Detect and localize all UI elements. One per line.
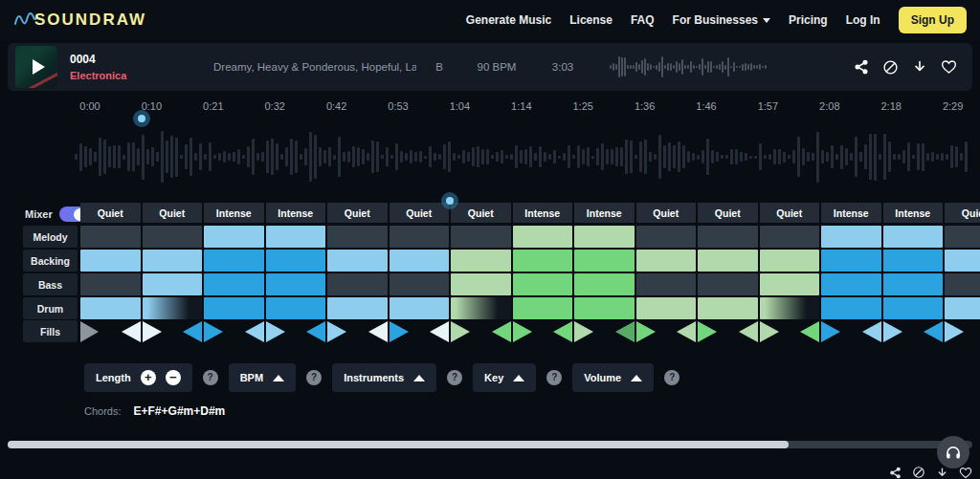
cell-bass-14[interactable] xyxy=(883,273,944,295)
fill-right-triangle-icon[interactable] xyxy=(513,321,532,342)
fill-left-triangle-icon[interactable] xyxy=(677,321,696,342)
fill-right-triangle-icon[interactable] xyxy=(760,321,779,342)
section-header-8[interactable]: Intense xyxy=(513,203,573,223)
fill-left-triangle-icon[interactable] xyxy=(492,321,511,342)
cell-drum-13[interactable] xyxy=(821,297,881,319)
cell-drum-1[interactable] xyxy=(80,297,141,319)
cell-melody-14[interactable] xyxy=(883,226,944,248)
volume-control[interactable]: Volume xyxy=(572,363,654,392)
length-help-icon[interactable]: ? xyxy=(203,370,218,385)
nav-item-license[interactable]: License xyxy=(569,13,612,27)
share-icon[interactable] xyxy=(854,59,869,75)
section-header-7[interactable]: Quiet xyxy=(451,203,511,223)
nav-item-faq[interactable]: FAQ xyxy=(631,13,655,27)
cell-backing-2[interactable] xyxy=(143,250,203,272)
logo[interactable]: SOUNDRAW xyxy=(13,9,146,32)
cell-backing-5[interactable] xyxy=(327,250,388,272)
fill-start-triangle-icon[interactable] xyxy=(80,321,99,342)
cell-drum-12[interactable] xyxy=(760,297,820,319)
section-header-11[interactable]: Quiet xyxy=(698,203,758,223)
nav-item-log-in[interactable]: Log In xyxy=(846,13,880,27)
fill-left-triangle-icon[interactable] xyxy=(615,321,635,342)
section-header-6[interactable]: Quiet xyxy=(390,203,450,223)
fill-left-triangle-icon[interactable] xyxy=(862,321,881,342)
cell-melody-3[interactable] xyxy=(204,226,264,248)
fill-left-triangle-icon[interactable] xyxy=(368,321,388,342)
section-header-14[interactable]: Intense xyxy=(883,203,944,223)
cell-bass-1[interactable] xyxy=(80,273,141,295)
cell-backing-4[interactable] xyxy=(266,250,326,272)
cell-drum-10[interactable] xyxy=(636,297,697,319)
fill-right-triangle-icon[interactable] xyxy=(698,321,717,342)
key-help-icon[interactable]: ? xyxy=(546,370,562,385)
fill-left-triangle-icon[interactable] xyxy=(553,321,572,342)
cell-bass-3[interactable] xyxy=(204,273,264,295)
cell-backing-9[interactable] xyxy=(574,250,635,272)
signup-button[interactable]: Sign Up xyxy=(899,7,967,33)
nav-item-pricing[interactable]: Pricing xyxy=(789,13,828,27)
fill-left-triangle-icon[interactable] xyxy=(122,321,141,342)
fill-right-triangle-icon[interactable] xyxy=(266,321,285,342)
bpm-help-icon[interactable]: ? xyxy=(306,370,322,385)
cell-drum-7[interactable] xyxy=(451,297,511,319)
cell-backing-1[interactable] xyxy=(80,250,141,272)
cell-bass-12[interactable] xyxy=(760,273,820,295)
cell-bass-9[interactable] xyxy=(574,273,635,295)
cell-backing-13[interactable] xyxy=(821,250,881,272)
cell-melody-12[interactable] xyxy=(760,226,820,248)
fill-right-triangle-icon[interactable] xyxy=(821,321,840,342)
fill-right-triangle-icon[interactable] xyxy=(636,321,656,342)
instruments-control[interactable]: Instruments xyxy=(332,363,436,392)
key-control[interactable]: Key xyxy=(473,363,536,392)
cell-melody-10[interactable] xyxy=(636,226,697,248)
cell-backing-14[interactable] xyxy=(883,250,944,272)
cell-melody-13[interactable] xyxy=(821,226,881,248)
cell-melody-4[interactable] xyxy=(266,226,326,248)
cell-backing-10[interactable] xyxy=(636,250,697,272)
song-waveform[interactable] xyxy=(75,125,970,188)
cell-melody-15[interactable] xyxy=(945,226,980,248)
cell-bass-2[interactable] xyxy=(143,273,203,295)
cell-backing-12[interactable] xyxy=(760,250,820,272)
ban-icon[interactable] xyxy=(882,59,899,76)
cell-melody-1[interactable] xyxy=(80,226,141,248)
cell-bass-15[interactable] xyxy=(945,273,980,295)
fill-right-triangle-icon[interactable] xyxy=(883,321,902,342)
cell-bass-4[interactable] xyxy=(266,273,326,295)
fill-right-triangle-icon[interactable] xyxy=(574,321,593,342)
fill-right-triangle-icon[interactable] xyxy=(390,321,409,342)
download-icon[interactable] xyxy=(936,467,948,479)
fill-right-triangle-icon[interactable] xyxy=(204,321,223,342)
heart-icon[interactable] xyxy=(941,59,957,75)
fill-left-triangle-icon[interactable] xyxy=(924,321,943,342)
cell-bass-10[interactable] xyxy=(636,273,697,295)
length-control[interactable]: Length + − xyxy=(84,363,192,392)
fill-right-triangle-icon[interactable] xyxy=(143,321,162,342)
cell-backing-15[interactable] xyxy=(945,250,980,272)
fill-left-triangle-icon[interactable] xyxy=(306,321,325,342)
section-header-2[interactable]: Quiet xyxy=(143,203,203,223)
cell-drum-3[interactable] xyxy=(204,297,264,319)
heart-icon[interactable] xyxy=(959,467,972,479)
cell-bass-6[interactable] xyxy=(390,273,450,295)
cell-drum-14[interactable] xyxy=(883,297,944,319)
cell-drum-4[interactable] xyxy=(266,297,326,319)
cell-bass-11[interactable] xyxy=(698,273,758,295)
volume-help-icon[interactable]: ? xyxy=(664,370,679,385)
section-header-10[interactable]: Quiet xyxy=(636,203,697,223)
cell-drum-6[interactable] xyxy=(390,297,450,319)
section-header-12[interactable]: Quiet xyxy=(760,203,820,223)
cell-bass-13[interactable] xyxy=(821,273,881,295)
loop-marker-end[interactable] xyxy=(441,192,458,209)
cell-melody-9[interactable] xyxy=(574,226,635,248)
cell-drum-15[interactable] xyxy=(945,297,980,319)
section-header-4[interactable]: Intense xyxy=(266,203,326,223)
section-header-1[interactable]: Quiet xyxy=(80,203,141,223)
cell-melody-8[interactable] xyxy=(513,226,573,248)
cell-backing-6[interactable] xyxy=(390,250,450,272)
cell-backing-7[interactable] xyxy=(451,250,511,272)
cell-drum-2[interactable] xyxy=(143,297,203,319)
download-icon[interactable] xyxy=(912,59,927,75)
cell-melody-11[interactable] xyxy=(698,226,758,248)
length-increase-button[interactable]: + xyxy=(141,370,156,385)
